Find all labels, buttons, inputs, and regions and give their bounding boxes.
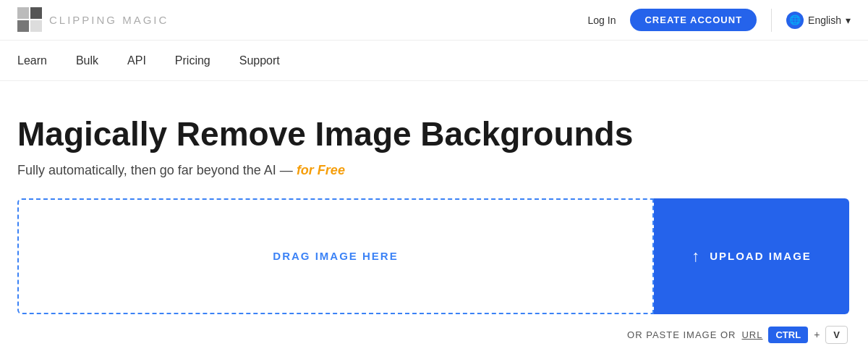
page-subheadline: Fully automatically, then go far beyond …	[17, 163, 851, 178]
v-badge: V	[825, 326, 848, 344]
upload-btn-label: UPLOAD IMAGE	[710, 250, 812, 262]
main-nav: Learn Bulk API Pricing Support	[0, 41, 868, 81]
create-account-button[interactable]: CREATE ACCOUNT	[630, 9, 757, 31]
logo-icon	[17, 7, 43, 33]
header: CLIPPING MAGIC Log In CREATE ACCOUNT 🌐 E…	[0, 0, 868, 41]
logo-area: CLIPPING MAGIC	[17, 7, 169, 33]
language-selector[interactable]: 🌐 English ▾	[786, 12, 851, 29]
drag-drop-area[interactable]: DRAG IMAGE HERE	[17, 198, 654, 314]
chevron-down-icon: ▾	[846, 14, 851, 26]
language-label: English	[808, 14, 841, 26]
ctrl-badge: CTRL	[768, 327, 808, 343]
paste-url-link[interactable]: URL	[741, 329, 762, 340]
svg-rect-0	[17, 7, 29, 19]
subheadline-highlight: for Free	[297, 163, 345, 177]
svg-rect-3	[30, 20, 42, 32]
paste-row: OR PASTE IMAGE OR URL CTRL + V	[17, 326, 849, 344]
globe-icon: 🌐	[786, 12, 804, 29]
page-headline: Magically Remove Image Backgrounds	[17, 116, 851, 153]
login-link[interactable]: Log In	[588, 14, 616, 26]
paste-text: OR PASTE IMAGE OR	[627, 329, 736, 340]
svg-rect-2	[17, 20, 29, 32]
logo-sub: MAGIC	[117, 14, 169, 26]
header-divider	[771, 9, 772, 32]
nav-item-learn[interactable]: Learn	[17, 54, 47, 67]
logo-text: CLIPPING MAGIC	[49, 14, 169, 26]
drag-area-text: DRAG IMAGE HERE	[273, 250, 398, 262]
main-content: Magically Remove Image Backgrounds Fully…	[0, 81, 868, 362]
upload-container: DRAG IMAGE HERE ↑ UPLOAD IMAGE	[17, 198, 849, 314]
plus-text: +	[814, 329, 820, 340]
nav-item-support[interactable]: Support	[239, 54, 280, 67]
header-actions: Log In CREATE ACCOUNT 🌐 English ▾	[588, 9, 851, 32]
nav-item-api[interactable]: API	[127, 54, 146, 67]
upload-image-button[interactable]: ↑ UPLOAD IMAGE	[654, 198, 849, 314]
subheadline-prefix: Fully automatically, then go far beyond …	[17, 163, 297, 177]
nav-item-pricing[interactable]: Pricing	[175, 54, 210, 67]
svg-rect-1	[30, 7, 42, 19]
nav-item-bulk[interactable]: Bulk	[76, 54, 98, 67]
logo-main: CLIPPING	[49, 14, 117, 26]
upload-arrow-icon: ↑	[692, 247, 699, 266]
